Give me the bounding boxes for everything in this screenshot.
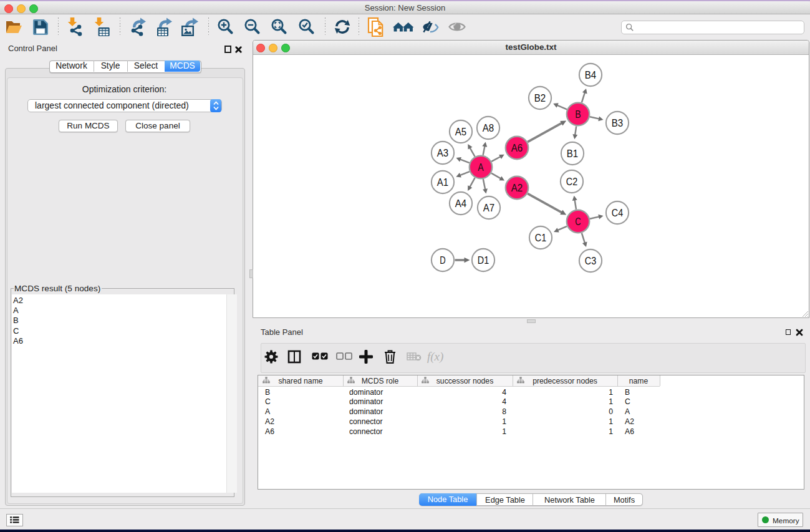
svg-text:A1: A1 xyxy=(437,177,448,188)
svg-text:A6: A6 xyxy=(511,142,523,154)
svg-text:C1: C1 xyxy=(535,232,546,244)
svg-text:C: C xyxy=(575,216,581,228)
svg-text:B2: B2 xyxy=(534,92,546,104)
svg-text:D1: D1 xyxy=(478,254,489,266)
svg-text:C4: C4 xyxy=(612,207,623,219)
svg-text:B4: B4 xyxy=(585,69,596,81)
svg-text:B1: B1 xyxy=(567,148,578,160)
svg-text:C2: C2 xyxy=(566,176,577,188)
svg-text:A5: A5 xyxy=(455,126,466,138)
svg-text:A4: A4 xyxy=(455,198,466,210)
svg-text:A3: A3 xyxy=(437,147,448,159)
svg-text:B: B xyxy=(575,109,581,120)
svg-text:A: A xyxy=(478,162,484,173)
svg-text:D: D xyxy=(440,254,445,266)
svg-text:A8: A8 xyxy=(483,122,494,134)
svg-text:B3: B3 xyxy=(612,117,623,129)
svg-text:A7: A7 xyxy=(483,202,494,214)
svg-text:C3: C3 xyxy=(585,255,596,267)
svg-text:A2: A2 xyxy=(511,182,523,194)
